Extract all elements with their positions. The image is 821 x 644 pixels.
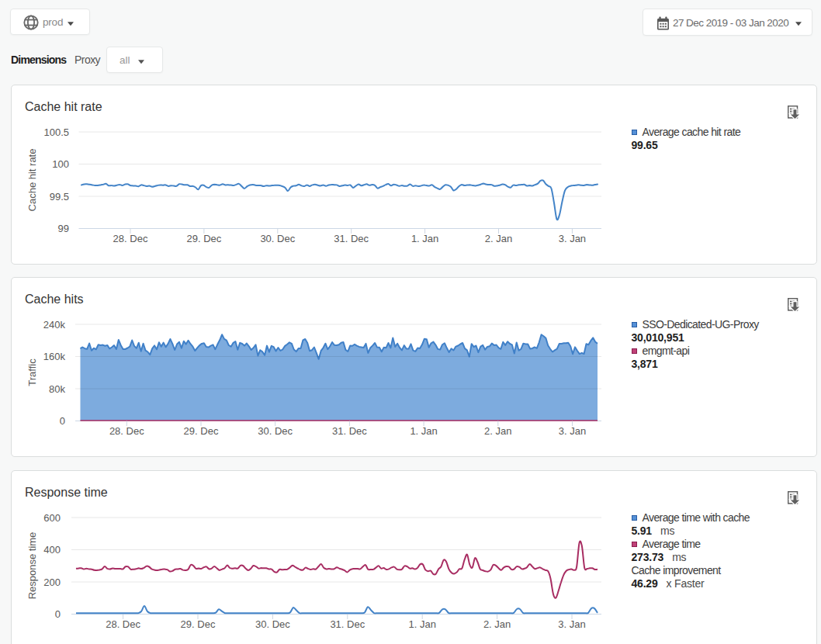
svg-text:28. Dec: 28. Dec <box>106 618 140 630</box>
svg-text:99: 99 <box>58 223 69 234</box>
svg-text:31. Dec: 31. Dec <box>334 233 369 244</box>
svg-text:2. Jan: 2. Jan <box>485 233 512 244</box>
svg-text:0: 0 <box>60 415 65 427</box>
svg-text:200: 200 <box>43 576 61 588</box>
svg-text:3. Jan: 3. Jan <box>559 425 586 437</box>
svg-text:1. Jan: 1. Jan <box>411 233 438 244</box>
svg-text:Response time: Response time <box>26 532 38 600</box>
svg-text:Traffic: Traffic <box>26 358 38 386</box>
svg-text:1. Jan: 1. Jan <box>408 618 435 630</box>
svg-text:29. Dec: 29. Dec <box>186 233 221 244</box>
svg-text:240k: 240k <box>43 319 66 331</box>
svg-text:99.5: 99.5 <box>50 191 69 203</box>
svg-text:100: 100 <box>52 158 69 170</box>
svg-text:2. Jan: 2. Jan <box>484 425 511 437</box>
svg-text:30. Dec: 30. Dec <box>260 233 295 244</box>
svg-text:0: 0 <box>55 608 61 620</box>
svg-text:80k: 80k <box>49 383 65 395</box>
svg-text:3. Jan: 3. Jan <box>559 233 586 244</box>
svg-text:28. Dec: 28. Dec <box>113 233 148 244</box>
svg-text:400: 400 <box>43 544 61 556</box>
svg-text:28. Dec: 28. Dec <box>109 425 144 437</box>
svg-text:29. Dec: 29. Dec <box>181 618 216 630</box>
svg-text:160k: 160k <box>43 351 66 362</box>
svg-text:100.5: 100.5 <box>43 126 69 138</box>
svg-text:30. Dec: 30. Dec <box>258 425 293 437</box>
svg-text:30. Dec: 30. Dec <box>255 618 290 630</box>
svg-text:600: 600 <box>43 512 61 524</box>
svg-text:1. Jan: 1. Jan <box>410 425 437 437</box>
svg-text:2. Jan: 2. Jan <box>483 618 511 630</box>
svg-text:3. Jan: 3. Jan <box>558 618 585 630</box>
svg-text:29. Dec: 29. Dec <box>184 425 219 437</box>
svg-text:31. Dec: 31. Dec <box>330 618 365 630</box>
svg-text:31. Dec: 31. Dec <box>332 425 367 437</box>
svg-text:Cache hit rate: Cache hit rate <box>26 149 38 212</box>
